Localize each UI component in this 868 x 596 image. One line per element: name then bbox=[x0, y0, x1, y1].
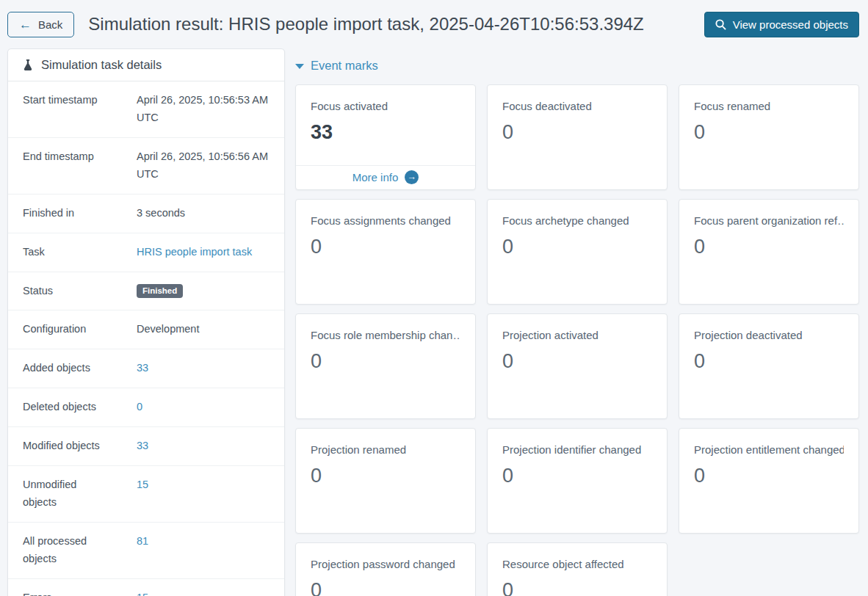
page-title: Simulation result: HRIS people import ta… bbox=[88, 14, 704, 34]
arrow-left-icon: ← bbox=[19, 18, 32, 31]
event-mark-value: 0 bbox=[694, 122, 844, 144]
detail-row: Modified objects 33 bbox=[8, 427, 284, 466]
event-mark-card-body: Projection renamed 0 bbox=[296, 429, 475, 487]
detail-value-link[interactable]: 33 bbox=[137, 440, 148, 451]
event-mark-card-body: Focus role membership chan… 0 bbox=[296, 314, 475, 373]
event-mark-card-body: Projection activated 0 bbox=[488, 314, 667, 373]
detail-value: 15 bbox=[137, 476, 270, 512]
event-mark-card-body: Projection entitlement changed 0 bbox=[679, 429, 858, 487]
detail-value: 33 bbox=[137, 437, 270, 455]
detail-value: 33 bbox=[137, 360, 270, 377]
detail-label: Status bbox=[23, 283, 107, 300]
event-mark-card-body: Projection deactivated 0 bbox=[679, 314, 858, 373]
event-mark-card: Projection entitlement changed 0 bbox=[679, 428, 859, 534]
detail-label: End timestamp bbox=[23, 148, 107, 183]
detail-value-text: April 26, 2025, 10:56:53 AM UTC bbox=[137, 94, 268, 123]
detail-value-link[interactable]: 33 bbox=[137, 362, 148, 374]
event-mark-card-body: Focus renamed 0 bbox=[679, 85, 858, 144]
event-mark-value: 0 bbox=[694, 236, 844, 258]
caret-down-icon bbox=[295, 64, 304, 69]
status-badge: Finished bbox=[137, 284, 183, 299]
event-mark-card: Resource object affected 0 bbox=[487, 542, 668, 596]
detail-value-link[interactable]: 0 bbox=[137, 401, 142, 413]
event-mark-value: 0 bbox=[502, 351, 652, 373]
view-processed-objects-button[interactable]: View processed objects bbox=[704, 12, 859, 37]
event-mark-card-body: Focus archetype changed 0 bbox=[488, 200, 667, 258]
details-panel-header: Simulation task details bbox=[8, 49, 284, 81]
detail-value-link[interactable]: 15 bbox=[137, 592, 148, 596]
detail-value: Development bbox=[137, 321, 270, 338]
detail-row: Status Finished bbox=[8, 272, 284, 311]
event-mark-title: Focus role membership chan… bbox=[311, 329, 460, 341]
event-mark-card: Projection renamed 0 bbox=[295, 428, 476, 534]
detail-label: Modified objects bbox=[23, 437, 107, 455]
event-mark-title: Focus assignments changed bbox=[311, 214, 460, 227]
back-button-label: Back bbox=[38, 18, 62, 31]
event-mark-title: Focus activated bbox=[311, 100, 460, 112]
event-mark-card-body: Focus activated 33 bbox=[296, 85, 475, 144]
detail-value: 0 bbox=[137, 399, 270, 416]
detail-row: Deleted objects 0 bbox=[8, 388, 284, 427]
more-info-link[interactable]: More info→ bbox=[352, 170, 419, 184]
event-mark-card: Focus assignments changed 0 bbox=[295, 199, 476, 305]
event-mark-title: Resource object affected bbox=[502, 558, 652, 570]
event-mark-value: 0 bbox=[502, 580, 652, 596]
arrow-circle-right-icon: → bbox=[405, 170, 419, 184]
event-mark-card: Projection identifier changed 0 bbox=[487, 428, 668, 534]
detail-label: Added objects bbox=[23, 360, 107, 377]
event-mark-value: 0 bbox=[502, 236, 652, 258]
detail-row: Start timestamp April 26, 2025, 10:56:53… bbox=[8, 81, 284, 138]
detail-row: Task HRIS people import task bbox=[8, 233, 284, 272]
event-mark-card: Focus activated 33 More info→ bbox=[295, 84, 476, 190]
flask-icon bbox=[23, 59, 33, 71]
event-mark-title: Projection renamed bbox=[311, 443, 460, 456]
event-mark-title: Focus renamed bbox=[694, 100, 844, 112]
detail-value-text: 3 seconds bbox=[137, 207, 185, 219]
event-mark-title: Focus parent organization ref… bbox=[694, 214, 844, 227]
detail-value-text: April 26, 2025, 10:56:56 AM UTC bbox=[137, 150, 268, 180]
detail-row: All processed objects 81 bbox=[8, 523, 284, 579]
event-mark-card: Projection password changed 0 bbox=[295, 542, 476, 596]
detail-label: All processed objects bbox=[23, 533, 107, 568]
detail-value: April 26, 2025, 10:56:53 AM UTC bbox=[137, 92, 270, 127]
detail-value-link[interactable]: HRIS people import task bbox=[137, 246, 252, 258]
detail-row: Added objects 33 bbox=[8, 349, 284, 388]
details-panel-title: Simulation task details bbox=[41, 58, 162, 72]
event-mark-value: 0 bbox=[502, 465, 652, 487]
event-mark-card: Focus renamed 0 bbox=[679, 84, 859, 190]
event-marks-grid: Focus activated 33 More info→ Focus deac… bbox=[295, 84, 859, 596]
event-marks-toggle[interactable]: Event marks bbox=[295, 59, 378, 73]
detail-value: Finished bbox=[137, 283, 270, 300]
event-mark-card-footer: More info→ bbox=[296, 165, 475, 189]
details-rows-container: Start timestamp April 26, 2025, 10:56:53… bbox=[8, 81, 284, 596]
detail-row: End timestamp April 26, 2025, 10:56:56 A… bbox=[8, 138, 284, 195]
event-mark-title: Projection identifier changed bbox=[502, 443, 652, 456]
search-icon bbox=[715, 19, 726, 30]
event-mark-title: Projection entitlement changed bbox=[694, 443, 844, 456]
event-mark-value: 0 bbox=[311, 236, 460, 258]
detail-value: 15 bbox=[137, 589, 270, 596]
event-mark-card: Focus deactivated 0 bbox=[487, 84, 668, 190]
view-processed-objects-label: View processed objects bbox=[733, 18, 848, 31]
simulation-task-details-panel: Simulation task details Start timestamp … bbox=[7, 48, 285, 596]
event-mark-card-body: Focus assignments changed 0 bbox=[296, 200, 475, 258]
back-button[interactable]: ← Back bbox=[7, 12, 74, 37]
event-mark-card: Focus role membership chan… 0 bbox=[295, 313, 476, 419]
event-mark-value: 0 bbox=[694, 351, 844, 373]
detail-row: Errors 15 bbox=[8, 579, 284, 596]
detail-value-link[interactable]: 15 bbox=[137, 479, 148, 490]
detail-label: Task bbox=[23, 244, 107, 261]
event-mark-value: 0 bbox=[311, 465, 460, 487]
event-mark-card-body: Focus parent organization ref… 0 bbox=[679, 200, 858, 258]
event-mark-title: Focus archetype changed bbox=[502, 214, 652, 227]
detail-value: 81 bbox=[137, 533, 270, 568]
detail-value: HRIS people import task bbox=[137, 244, 270, 261]
event-mark-title: Focus deactivated bbox=[502, 100, 652, 112]
detail-value-link[interactable]: 81 bbox=[137, 535, 148, 547]
event-mark-card-body: Focus deactivated 0 bbox=[488, 85, 667, 144]
event-mark-title: Projection activated bbox=[502, 329, 652, 341]
detail-label: Start timestamp bbox=[23, 92, 107, 127]
event-mark-card-body: Projection password changed 0 bbox=[296, 543, 475, 596]
event-mark-card: Projection activated 0 bbox=[487, 313, 668, 419]
event-mark-value: 0 bbox=[694, 465, 844, 487]
